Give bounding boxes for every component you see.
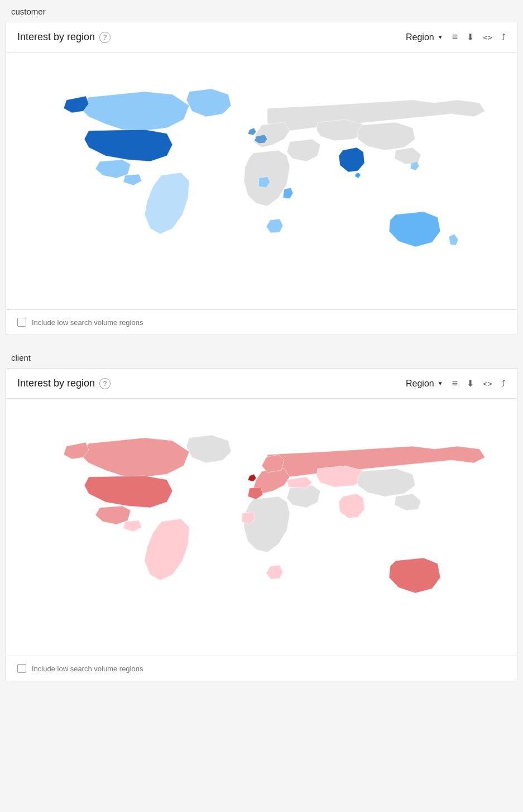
- header-controls-client: Region ▼: [406, 378, 506, 389]
- share-icon-customer[interactable]: [501, 32, 506, 42]
- help-icon-customer[interactable]: ?: [99, 32, 111, 43]
- world-map-blue: [33, 64, 491, 298]
- list-icon-customer[interactable]: [452, 31, 458, 43]
- card-header-customer: Interest by region ? Region ▼: [6, 22, 517, 52]
- share-icon-client[interactable]: [501, 379, 506, 389]
- region-label-customer: Region: [406, 32, 434, 42]
- section-label-client: client: [0, 346, 523, 368]
- region-dropdown-client[interactable]: Region ▼: [406, 379, 443, 389]
- card-title-customer: Interest by region: [17, 31, 95, 43]
- code-icon-client[interactable]: [483, 379, 492, 388]
- help-icon-client[interactable]: ?: [99, 378, 111, 389]
- section-label-customer: customer: [0, 0, 523, 22]
- card-customer: Interest by region ? Region ▼: [6, 22, 517, 335]
- footer-label-customer: Include low search volume regions: [32, 318, 143, 327]
- card-header-client: Interest by region ? Region ▼: [6, 369, 517, 399]
- card-footer-client: Include low search volume regions: [6, 656, 517, 681]
- footer-label-client: Include low search volume regions: [32, 665, 143, 673]
- code-icon-customer[interactable]: [483, 33, 492, 42]
- card-client: Interest by region ? Region ▼: [6, 368, 517, 681]
- dropdown-arrow-customer: ▼: [438, 34, 443, 40]
- checkbox-low-volume-client[interactable]: [17, 664, 26, 673]
- checkbox-low-volume-customer[interactable]: [17, 318, 26, 327]
- map-client: ★: [6, 399, 517, 656]
- dropdown-arrow-client: ▼: [438, 380, 443, 386]
- card-title-client: Interest by region: [17, 378, 95, 389]
- world-map-red: ★: [33, 410, 491, 644]
- download-icon-customer[interactable]: [467, 32, 474, 42]
- list-icon-client[interactable]: [452, 378, 458, 389]
- region-label-client: Region: [406, 379, 434, 389]
- region-dropdown-customer[interactable]: Region ▼: [406, 32, 443, 42]
- download-icon-client[interactable]: [467, 378, 474, 389]
- header-controls-customer: Region ▼: [406, 31, 506, 43]
- card-footer-customer: Include low search volume regions: [6, 309, 517, 335]
- map-customer: [6, 52, 517, 309]
